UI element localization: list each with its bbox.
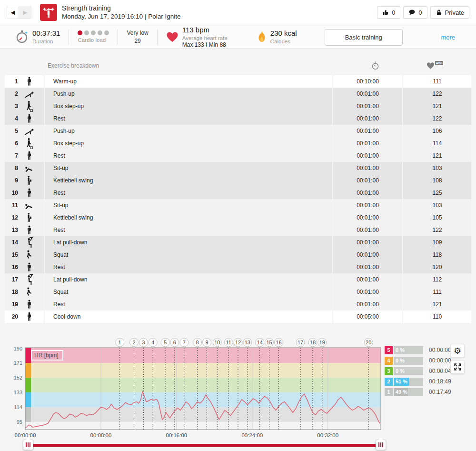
exercise-avg-hr: 121 <box>403 298 471 311</box>
table-row: 20 Cool-down 00:05:00 110 <box>5 311 471 323</box>
page-subtitle: Monday, Jun 17, 2019 16:10 | Polar Ignit… <box>62 12 180 21</box>
table-header: Exercise breakdown AVG <box>5 56 471 75</box>
zone-time-label: 00:00:00 <box>429 357 451 364</box>
exercise-icon <box>18 212 40 223</box>
row-number: 1 <box>5 78 18 85</box>
exercise-icon <box>18 164 40 172</box>
exercise-duration: 00:01:00 <box>333 286 402 298</box>
hr-zone-band <box>25 407 381 422</box>
zone-time-label: 00:17:49 <box>429 389 451 395</box>
cardio-load-level-stat: Very low 29 <box>118 29 157 45</box>
exercise-avg-hr: 122 <box>403 112 471 125</box>
exercise-avg-hr: 109 <box>403 236 471 249</box>
avg-badge: AVG <box>435 61 444 65</box>
duration-label: Duration <box>32 38 60 45</box>
more-link[interactable]: more <box>441 34 455 41</box>
exercise-duration: 00:01:00 <box>333 125 402 137</box>
comment-icon <box>408 9 416 16</box>
hr-chart[interactable]: 1234567891011121314151617181920HR [bpm]1… <box>0 334 390 440</box>
table-row: 19 Rest 00:01:00 121 <box>5 298 471 311</box>
row-number: 10 <box>5 190 18 196</box>
training-benefit-button[interactable]: Basic training <box>325 29 403 46</box>
like-button[interactable]: 0 <box>377 6 400 19</box>
heart-icon <box>166 31 178 43</box>
avg-hr-column-icon <box>426 62 435 70</box>
next-session-button[interactable]: ▶ <box>19 6 31 19</box>
zone-percent-label: 49 % <box>396 389 407 395</box>
exercise-duration: 00:10:00 <box>333 75 402 88</box>
range-slider-right-handle[interactable] <box>376 440 386 450</box>
exercise-name: Warm-up <box>45 75 332 88</box>
session-title-block: Strength training Monday, Jun 17, 2019 1… <box>62 4 180 21</box>
row-number: 14 <box>5 239 18 246</box>
comment-button[interactable]: 0 <box>403 6 427 19</box>
page-header: ◀ ▶ Strength training Monday, Jun 17, 20… <box>0 0 476 25</box>
exercise-name: Lat pull-down <box>45 236 332 249</box>
exercise-duration: 00:01:00 <box>333 162 402 174</box>
cardio-load-dots <box>78 30 109 35</box>
stopwatch-icon <box>15 30 29 44</box>
phase-marker-number: 14 <box>257 340 263 345</box>
exercise-avg-hr: 118 <box>403 249 471 261</box>
table-row: 16 Rest 00:01:00 120 <box>5 261 471 273</box>
exercise-name: Rest <box>45 112 332 125</box>
exercise-name: Rest <box>45 224 332 236</box>
duration-stat: 00:37:31 Duration <box>7 29 69 45</box>
exercise-icon <box>18 261 40 273</box>
exercise-icon <box>18 150 40 161</box>
exercise-icon <box>18 175 40 186</box>
exercise-avg-hr: 111 <box>403 75 471 88</box>
phase-marker-number: 9 <box>205 340 208 345</box>
hr-zone-band <box>25 348 381 363</box>
comment-count: 0 <box>418 9 422 16</box>
table-row: 13 Rest 00:01:00 122 <box>5 224 471 236</box>
phase-marker-number: 16 <box>276 340 281 345</box>
hr-zone-legend-row: 149 %00:17:49 <box>385 388 470 396</box>
row-number: 4 <box>5 115 18 122</box>
zone-number-badge: 3 <box>385 367 393 375</box>
row-number: 9 <box>5 177 18 184</box>
phase-marker-number: 13 <box>245 340 250 345</box>
exercise-icon <box>18 237 40 248</box>
y-axis-tick: 114 <box>14 404 22 410</box>
exercise-duration: 00:01:00 <box>333 174 402 187</box>
exercise-avg-hr: 108 <box>403 174 471 187</box>
exercise-avg-hr: 103 <box>403 162 471 174</box>
zone-percent-bar: 51 % <box>394 378 423 386</box>
row-number: 11 <box>5 202 18 209</box>
session-nav: ◀ ▶ <box>7 6 31 19</box>
phase-marker-number: 3 <box>142 340 145 345</box>
row-number: 8 <box>5 165 18 171</box>
table-row: 18 Squat 00:01:00 111 <box>5 286 471 298</box>
x-axis-tick: 00:00:00 <box>15 432 36 438</box>
zone-time-label: 00:00:04 <box>429 368 451 374</box>
range-slider-left-handle[interactable] <box>23 440 33 450</box>
exercise-avg-hr: 106 <box>403 125 471 137</box>
hr-zone-strip <box>25 407 31 422</box>
exercise-name: Rest <box>45 187 332 199</box>
exercise-name: Box step-up <box>45 137 332 150</box>
exercise-icon <box>18 201 40 210</box>
phase-marker-number: 15 <box>266 340 272 345</box>
table-row: 14 Lat pull-down 00:01:00 109 <box>5 236 471 249</box>
row-number: 20 <box>5 313 18 320</box>
chart-settings-button[interactable]: ⚙ <box>450 344 465 358</box>
exercise-icon <box>18 76 40 87</box>
exercise-duration: 00:01:00 <box>333 224 402 236</box>
privacy-button[interactable]: Private <box>430 6 469 19</box>
previous-session-button[interactable]: ◀ <box>7 6 19 19</box>
chart-expand-button[interactable] <box>450 360 465 374</box>
table-row: 6 Box step-up 00:01:00 114 <box>5 137 471 150</box>
zone-time-label: 00:00:00 <box>429 347 451 353</box>
exercise-icon <box>18 138 40 150</box>
table-row: 11 Sit-up 00:01:00 103 <box>5 199 471 211</box>
hr-range: Max 133 I Min 88 <box>182 41 228 49</box>
y-axis-tick: 171 <box>14 360 22 366</box>
exercise-breakdown-section: Exercise breakdown AVG 1 Warm-up 00:10:0 <box>5 56 471 323</box>
time-range-slider-track[interactable] <box>29 444 381 447</box>
exercise-avg-hr: 125 <box>403 187 471 199</box>
row-number: 7 <box>5 152 18 159</box>
phase-marker-number: 5 <box>164 340 167 345</box>
exercise-avg-hr: 121 <box>403 100 471 112</box>
zone-number-badge: 2 <box>385 378 393 386</box>
